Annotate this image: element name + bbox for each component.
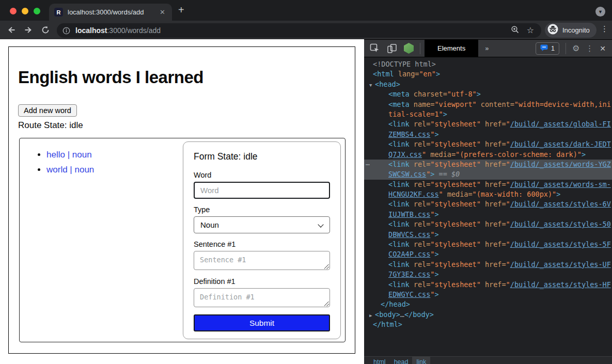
code-token: "stylesheet" xyxy=(430,160,481,168)
word-link[interactable]: world | noun xyxy=(46,165,94,175)
page-title: English words I learned xyxy=(18,68,355,87)
code-line[interactable]: ZEMBS4.css"> xyxy=(364,130,612,139)
bookmark-star-icon[interactable]: ☆ xyxy=(527,26,534,35)
browser-menu-kebab-icon[interactable]: ⋮ xyxy=(601,24,608,34)
code-line[interactable]: <meta charset="utf-8"> xyxy=(364,89,612,99)
add-new-word-button[interactable]: Add new word xyxy=(18,104,77,117)
browser-tab[interactable]: R localhost:3000/words/add ✕ xyxy=(49,4,172,21)
code-line[interactable]: <link rel="stylesheet" href="/build/_ass… xyxy=(364,119,612,129)
zoom-icon[interactable] xyxy=(511,25,520,36)
profile-chevron-button[interactable]: ▼ xyxy=(595,7,605,17)
definition-textarea[interactable] xyxy=(194,288,330,307)
code-line[interactable]: </head> xyxy=(364,299,612,309)
incognito-label: Incognito xyxy=(562,26,590,34)
devtools-menu-icon[interactable]: ⋮ xyxy=(586,44,593,53)
textarea-resize-handle[interactable] xyxy=(324,302,329,306)
code-line[interactable]: tial-scale=1"> xyxy=(364,109,612,119)
code-line[interactable]: <meta name="viewport" content="width=dev… xyxy=(364,100,612,109)
code-token: <link xyxy=(388,160,410,168)
code-line[interactable]: SWCSW.css"> == $0 xyxy=(364,169,612,179)
form-state-text: Form State: idle xyxy=(194,151,330,162)
code-line[interactable]: <link rel="stylesheet" href="/build/_ass… xyxy=(364,139,612,149)
more-panels-icon[interactable]: » xyxy=(485,44,489,52)
code-line[interactable]: ▶<body>…</body> xyxy=(364,310,612,320)
window-close-button[interactable] xyxy=(10,8,17,14)
code-line[interactable]: </html> xyxy=(364,320,612,329)
code-line[interactable]: <html lang="en"> xyxy=(364,69,612,79)
reload-icon[interactable] xyxy=(41,25,50,35)
code-token: "stylesheet" xyxy=(430,260,481,268)
devtools-close-icon[interactable]: ✕ xyxy=(600,44,606,53)
tab-close-icon[interactable]: ✕ xyxy=(158,8,167,16)
code-token: "stylesheet" xyxy=(430,220,481,228)
code-line[interactable]: <link rel="stylesheet" href="/build/_ass… xyxy=(364,240,612,249)
code-token: rel= xyxy=(410,160,431,168)
window-minimize-button[interactable] xyxy=(22,8,28,14)
breadcrumb-item[interactable]: head xyxy=(390,357,413,364)
code-line[interactable]: DBWVCS.css"> xyxy=(364,230,612,240)
code-token: "stylesheet" xyxy=(430,120,481,128)
code-token: " xyxy=(506,240,510,248)
breadcrumb-item[interactable]: link xyxy=(412,357,430,364)
code-line[interactable]: <link rel="stylesheet" href="/build/_ass… xyxy=(364,199,612,209)
code-token: " xyxy=(506,140,510,148)
submit-button[interactable]: Submit xyxy=(194,314,330,331)
settings-gear-icon[interactable]: ⚙ xyxy=(572,43,579,53)
code-line[interactable]: HCNGU2KF.css" media="(max-width: 600px)"… xyxy=(364,189,612,199)
code-line[interactable]: Q7JX.css" media="(prefers-color-scheme: … xyxy=(364,150,612,160)
address-bar[interactable]: localhost:3000/words/add ☆ xyxy=(57,23,541,38)
code-line[interactable]: ⋯<link rel="stylesheet" href="/build/_as… xyxy=(364,160,612,169)
code-token: DBWVCS.css xyxy=(388,230,430,239)
textarea-resize-handle[interactable] xyxy=(324,264,329,269)
code-token: HCNGU2KF.css xyxy=(388,190,439,198)
word-label: Word xyxy=(194,171,330,179)
code-line[interactable]: 7GY3E2.css"> xyxy=(364,270,612,279)
site-info-icon[interactable] xyxy=(62,27,70,35)
code-line[interactable]: <link rel="stylesheet" href="/build/_ass… xyxy=(364,260,612,270)
code-token: "utf-8" xyxy=(447,90,477,98)
code-token: " xyxy=(506,280,510,289)
back-icon[interactable] xyxy=(7,25,16,35)
expand-arrow-icon[interactable]: ▼ xyxy=(369,81,375,89)
code-line[interactable]: IUJWTB.css"> xyxy=(364,210,612,219)
line-hover-menu-icon[interactable]: ⋯ xyxy=(366,160,369,169)
breadcrumb-item[interactable]: html xyxy=(369,357,390,364)
node-hexagon-icon[interactable] xyxy=(404,43,414,54)
code-token: "stylesheet" xyxy=(430,180,481,188)
device-toolbar-icon[interactable] xyxy=(387,43,397,54)
code-token: <link xyxy=(388,200,410,208)
issues-counter[interactable]: 1 xyxy=(536,42,559,55)
code-token: " xyxy=(506,160,510,168)
code-token: rel= xyxy=(410,240,431,248)
forward-icon[interactable] xyxy=(24,25,33,35)
code-token: </html> xyxy=(373,320,402,328)
window-zoom-button[interactable] xyxy=(34,8,40,14)
word-input[interactable] xyxy=(194,182,330,199)
word-link[interactable]: hello | noun xyxy=(46,150,92,160)
window-controls xyxy=(10,8,40,14)
code-token: > xyxy=(582,150,586,159)
code-token: lang= xyxy=(394,70,419,78)
code-token: href= xyxy=(481,120,506,128)
code-token: name= xyxy=(410,100,435,108)
expand-arrow-icon[interactable]: ▶ xyxy=(369,311,375,320)
code-line[interactable]: ▼<head> xyxy=(364,80,612,89)
code-line[interactable]: <link rel="stylesheet" href="/build/_ass… xyxy=(364,280,612,290)
code-line[interactable]: <!DOCTYPE html> xyxy=(364,59,612,69)
code-token: <link xyxy=(388,220,410,228)
code-line[interactable]: CO2A4P.css"> xyxy=(364,249,612,259)
words-panel: hello | nounworld | noun Form State: idl… xyxy=(19,138,346,342)
type-select[interactable]: Noun xyxy=(194,216,330,233)
chevron-down-icon xyxy=(318,221,323,227)
code-token: <link xyxy=(388,260,410,268)
new-tab-button[interactable]: + xyxy=(178,5,184,15)
code-line[interactable]: <link rel="stylesheet" href="/build/_ass… xyxy=(364,180,612,189)
type-label: Type xyxy=(194,205,330,214)
code-line[interactable]: EDWGYC.css"> xyxy=(364,290,612,299)
tab-strip: R localhost:3000/words/add ✕ + ▼ xyxy=(0,0,612,21)
inspect-element-icon[interactable] xyxy=(370,43,380,54)
code-line[interactable]: <link rel="stylesheet" href="/build/_ass… xyxy=(364,219,612,229)
tab-elements[interactable]: Elements xyxy=(425,40,478,57)
sentence-textarea[interactable] xyxy=(194,251,330,270)
dom-tree: <!DOCTYPE html><html lang="en">▼<head><m… xyxy=(364,57,612,357)
